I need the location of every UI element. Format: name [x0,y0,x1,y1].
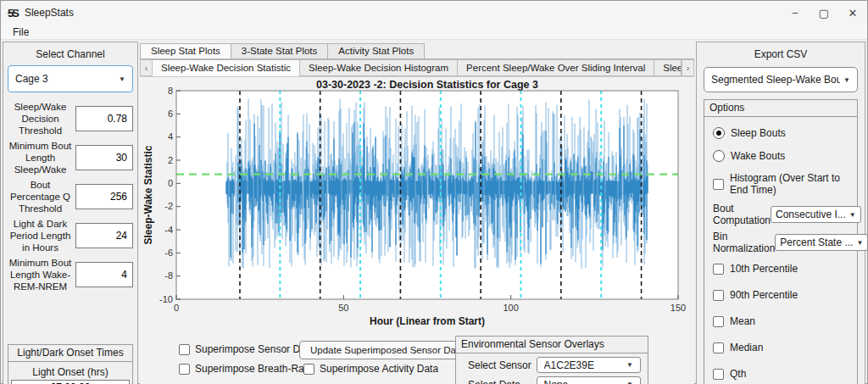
min-bout-length-sw-input[interactable] [75,145,133,170]
dropdown-arrow-icon: ▼ [626,361,633,369]
median-row: Median [713,342,850,353]
mean-label: Mean [730,315,755,327]
tab-percent-sleep-wake[interactable]: Percent Sleep/Wake Over Sliding Interval [458,59,654,76]
svg-text:03-30-2023 -2: Decision Statis: 03-30-2023 -2: Decision Statistics for C… [316,81,538,91]
histogram-checkbox-row: Histogram (Over Start to End Time) [713,172,850,196]
svg-text:6: 6 [168,109,173,119]
percentile10-label: 10th Percentile [730,263,798,275]
decision-threshold-input[interactable] [75,106,133,131]
svg-text:2: 2 [168,155,173,165]
tab-sw-decision-histogram[interactable]: Sleep-Wake Decision Histogram [300,59,458,76]
bin-normalization-row: Bin Normalization Percent State ... ▼ [713,231,850,254]
sub-tab-bar: ‹ Sleep-Wake Decision Statistic Sleep-Wa… [140,58,694,76]
histogram-checkbox[interactable] [713,179,724,190]
tab-sleep-stat-plots[interactable]: Sleep Stat Plots [140,43,231,58]
close-icon[interactable]: ✕ [838,1,867,25]
median-checkbox[interactable] [713,342,724,353]
svg-text:150: 150 [670,303,686,313]
plots-area: Sleep Stat Plots 3-State Stat Plots Acti… [140,42,694,384]
superimpose-breath-row: Superimpose Breath-Rate [179,363,313,375]
qth-label: Qth [730,368,746,380]
export-type-dropdown[interactable]: Segmented Sleep-Wake Bout Stats ▼ [704,67,858,92]
percentile90-row: 90th Percentile [713,289,850,301]
export-type-value: Segmented Sleep-Wake Bout Stats [711,74,840,86]
wake-bouts-radio[interactable] [713,150,725,162]
select-channel-panel: Select Channel Cage 3 ▼ Sleep/Wake Decis… [3,42,138,384]
tab-activity-stat-plots[interactable]: Activity Stat Plots [327,43,425,58]
bout-computation-row: Bout Computation Consecutive I... ▼ [713,203,850,226]
median-label: Median [730,342,763,353]
sleep-bouts-radio-row: Sleep Bouts [713,127,850,139]
light-onset-input[interactable] [11,380,130,384]
bout-computation-value: Consecutive I... [776,209,846,220]
svg-text:-6: -6 [164,248,173,258]
bin-normalization-label: Bin Normalization [713,231,775,254]
superimpose-activity-row: Superimpose Activity Data [303,363,438,375]
environmental-sensor-overlays-group: Environmental Sensor Overlays Select Sen… [455,336,648,384]
tab-sw-bout-length-histogram[interactable]: Sleep-Wake Bout Length Histogra [654,59,682,76]
channel-select-value: Cage 3 [15,73,115,85]
select-sensor-value: A1C2E39E [544,359,624,371]
bin-normalization-dropdown[interactable]: Percent State ... ▼ [775,234,868,251]
options-group: Options Sleep Bouts Wake Bouts Histogram… [704,99,858,384]
qth-checkbox[interactable] [713,369,724,380]
dropdown-arrow-icon: ▼ [119,75,125,83]
export-csv-panel: Export CSV Segmented Sleep-Wake Bout Sta… [696,42,865,384]
percentile90-checkbox[interactable] [713,290,724,301]
maximize-icon[interactable]: ▢ [810,1,838,25]
bout-computation-dropdown[interactable]: Consecutive I... ▼ [771,206,861,223]
superimpose-sensor-label: Superimpose Sensor Data [195,343,314,355]
svg-text:-2: -2 [164,201,173,211]
radio-dot-icon [716,131,721,136]
window-controls: − ▢ ✕ [781,1,867,25]
scroll-left-icon[interactable]: ‹ [140,59,153,76]
bout-percentage-q-label: Bout Percentage Q Threshold [8,179,75,214]
wake-bouts-label: Wake Bouts [731,150,785,162]
dropdown-arrow-icon: ▼ [856,239,863,247]
scroll-right-icon[interactable]: › [682,59,694,76]
channel-select[interactable]: Cage 3 ▼ [8,65,133,92]
svg-text:Hour (Linear from Start): Hour (Linear from Start) [370,315,485,327]
histogram-checkbox-label: Histogram (Over Start to End Time) [730,172,850,196]
bout-computation-label: Bout Computation [713,203,771,226]
percentile10-checkbox[interactable] [713,264,724,275]
field-row: Bout Percentage Q Threshold [8,179,133,214]
svg-text:50: 50 [338,303,348,313]
bin-normalization-value: Percent State ... [780,237,853,248]
percentile10-row: 10th Percentile [713,263,850,275]
top-tab-bar: Sleep Stat Plots 3-State Stat Plots Acti… [140,42,694,58]
light-onset-label: Light Onset (hrs) [8,366,132,378]
period-length-input[interactable] [75,223,133,248]
decision-statistic-pane: 03-30-2023 -2: Decision Statistics for C… [140,76,694,384]
svg-text:100: 100 [503,303,518,313]
decision-statistics-chart: 03-30-2023 -2: Decision Statistics for C… [142,81,694,337]
qth-row: Qth [713,368,850,380]
sleep-bouts-radio[interactable] [713,127,725,139]
select-sensor-row: Select Sensor A1C2E39E ▼ [468,357,641,373]
superimpose-breath-rate-checkbox[interactable] [179,364,190,375]
superimpose-sensor-checkbox[interactable] [179,344,190,355]
svg-text:-8: -8 [164,270,173,281]
window-title: SleepStats [25,7,74,19]
svg-text:0: 0 [174,303,179,313]
percentile90-label: 90th Percentile [730,289,798,301]
onset-times-title: Light/Dark Onset Times [8,345,132,362]
menu-file[interactable]: File [9,26,32,38]
wake-bouts-radio-row: Wake Bouts [713,150,850,162]
tab-sw-decision-statistic[interactable]: Sleep-Wake Decision Statistic [153,59,300,76]
bout-percentage-q-input[interactable] [75,184,133,209]
superimpose-activity-checkbox[interactable] [303,364,314,375]
svg-text:8: 8 [168,86,173,96]
select-data-dropdown[interactable]: None ▼ [537,376,641,384]
field-row: Minimum Bout Length Sleep/Wake [8,140,133,175]
min-bout-wrn-input[interactable] [75,262,133,287]
select-channel-title: Select Channel [8,46,133,65]
minimize-icon[interactable]: − [781,1,810,25]
min-bout-length-sw-label: Minimum Bout Length Sleep/Wake [8,140,75,175]
min-bout-wrn-label: Minimum Bout Length Wake-REM-NREM [8,257,75,292]
select-sensor-dropdown[interactable]: A1C2E39E ▼ [537,357,641,373]
mean-checkbox[interactable] [713,316,724,327]
update-superimposed-sensor-data-button[interactable]: Update Superimposed Sensor Data [299,341,476,359]
tab-3-state-stat-plots[interactable]: 3-State Stat Plots [231,43,329,58]
field-row: Minimum Bout Length Wake-REM-NREM [8,257,133,292]
